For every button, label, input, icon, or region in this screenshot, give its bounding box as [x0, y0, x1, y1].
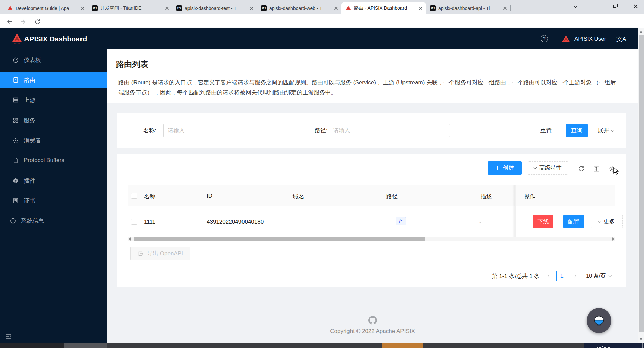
page-header: 路由列表 路由 (Route) 是请求的入口点，它定义了客户端请求与服务之间的匹… [107, 49, 638, 103]
query-button[interactable]: 查询 [566, 124, 588, 137]
table-horizontal-scrollbar[interactable] [128, 237, 615, 241]
titanide-icon [261, 5, 267, 11]
taskbar-tray [584, 343, 644, 348]
sidebar-item-services[interactable]: 服务 [0, 112, 107, 128]
show-desktop-divider[interactable] [642, 343, 643, 348]
tab-close-icon[interactable] [164, 6, 170, 11]
consumers-icon [13, 137, 19, 143]
tab-apisix-dashboard-web[interactable]: apisix-dashboard-web - T [257, 2, 341, 14]
export-label: 导出 OpenAPI [147, 250, 183, 257]
sidebar-item-plugins[interactable]: 插件 [0, 172, 107, 189]
titanide-icon [430, 5, 436, 11]
advanced-features-dropdown[interactable]: 高级特性 [528, 161, 568, 175]
advanced-label: 高级特性 [539, 164, 562, 172]
tab-title: 开发空间 - TitanIDE [100, 5, 162, 11]
apisix-logo-icon [345, 5, 351, 11]
next-page-icon[interactable] [571, 271, 579, 281]
sidebar-item-routes[interactable]: 路由 [0, 72, 107, 88]
titanide-icon [92, 5, 98, 11]
floating-helper-button[interactable] [587, 308, 611, 333]
table-row: 1111 439120220490040180 /* - 下线 配置 更多 [128, 206, 615, 237]
tab-search-chevron-icon[interactable] [568, 0, 583, 12]
page-title: 路由列表 [116, 59, 148, 70]
sidebar-item-protocol-buffers[interactable]: Protocol Buffers [0, 152, 107, 168]
user-name[interactable]: APISIX User [574, 36, 606, 42]
tab-development-guide[interactable]: Development Guide | Apa [3, 2, 88, 14]
tab-close-icon[interactable] [333, 6, 339, 11]
screen: Development Guide | Apa 开发空间 - TitanIDE … [0, 0, 644, 348]
taskbar-segment [0, 343, 64, 348]
page-footer: Copyright © 2022 Apache APISIX [107, 287, 638, 343]
back-button[interactable] [5, 17, 15, 27]
sidebar-item-upstream[interactable]: 上游 [0, 92, 107, 108]
cell-id: 439120220490040180 [207, 219, 264, 225]
table-header-row: 名称 ID 域名 路径 描述 操作 [128, 185, 615, 206]
vertical-scroll-thumb[interactable] [639, 35, 644, 332]
user-avatar-logo[interactable] [561, 34, 570, 43]
reset-button[interactable]: 重置 [536, 124, 556, 137]
refresh-icon[interactable] [577, 165, 585, 173]
density-icon[interactable] [592, 165, 600, 173]
scroll-left-arrow-icon[interactable] [129, 237, 131, 241]
scroll-down-arrow-icon[interactable] [640, 338, 642, 340]
configure-button[interactable]: 配置 [563, 215, 584, 228]
create-button[interactable]: 创建 [488, 161, 522, 175]
tab-title: apisix-dashboard-api - Ti [438, 6, 500, 11]
sidebar-item-dashboard[interactable]: 仪表板 [0, 52, 107, 68]
sidebar-item-certificates[interactable]: 证书 [0, 193, 107, 209]
tab-close-icon[interactable] [502, 6, 508, 11]
dashboard-icon [13, 57, 19, 63]
scroll-up-arrow-icon[interactable] [640, 31, 642, 33]
sidebar-item-label: 证书 [24, 197, 35, 205]
page-size-select[interactable]: 10 条/页 [582, 271, 615, 281]
tab-close-icon[interactable] [249, 6, 254, 11]
reload-button[interactable] [32, 17, 42, 27]
sidebar-item-label: 路由 [24, 76, 35, 84]
select-all-checkbox[interactable] [131, 193, 137, 199]
routes-icon [13, 77, 19, 83]
tab-titanide-workspace[interactable]: 开发空间 - TitanIDE [88, 2, 172, 14]
routes-table-card: 创建 高级特性 名称 ID 域名 路径 描述 操作 1111 [117, 154, 626, 287]
new-tab-button[interactable] [513, 3, 523, 13]
language-switch-icon[interactable]: 文A [616, 35, 626, 43]
sidebar-item-consumers[interactable]: 消费者 [0, 132, 107, 148]
page-description: 路由 (Route) 是请求的入口点，它定义了客户端请求与服务之间的匹配规则。路… [118, 78, 622, 98]
offline-button[interactable]: 下线 [533, 215, 553, 228]
name-search-input[interactable] [163, 124, 283, 137]
app-brand: APISIX Dashboard [24, 35, 87, 43]
path-search-input[interactable] [329, 124, 450, 137]
sidebar-item-label: 消费者 [24, 137, 41, 144]
tab-apisix-dashboard-test[interactable]: apisix-dashboard-test - T [172, 2, 257, 14]
window-close-button[interactable] [627, 0, 644, 12]
prev-page-icon[interactable] [545, 271, 553, 281]
tab-close-icon[interactable] [80, 6, 85, 11]
help-icon[interactable]: ? [541, 35, 548, 42]
window-minimize-button[interactable] [587, 0, 603, 12]
export-openapi-button[interactable]: 导出 OpenAPI [130, 247, 190, 260]
sidebar-item-system-info[interactable]: 系统信息 [0, 213, 107, 229]
sidebar: 仪表板 路由 上游 服务 消费者 Protocol Buffers 插件 证书 [0, 49, 107, 343]
forward-button[interactable] [18, 17, 28, 27]
chevron-down-icon [609, 274, 612, 277]
tab-apisix-dashboard-api[interactable]: apisix-dashboard-api - Ti [426, 2, 511, 14]
row-checkbox[interactable] [131, 219, 137, 225]
tab-close-icon[interactable] [418, 6, 423, 11]
browser-vertical-scrollbar[interactable] [638, 28, 644, 343]
export-icon [138, 251, 144, 257]
col-header-actions: 操作 [524, 193, 535, 200]
horizontal-scroll-thumb[interactable] [134, 237, 425, 241]
taskbar-active-app[interactable] [382, 343, 423, 348]
scroll-right-arrow-icon[interactable] [612, 237, 614, 241]
svg-text:APISIX: APISIX [14, 42, 20, 44]
tab-active-routes[interactable]: 路由 - APISIX Dashboard [341, 2, 426, 14]
github-icon[interactable] [368, 316, 377, 325]
more-dropdown-button[interactable]: 更多 [591, 215, 623, 228]
cell-name: 1111 [144, 219, 155, 225]
window-restore-button[interactable] [607, 0, 623, 12]
sidebar-collapse-icon[interactable] [5, 333, 13, 339]
path-tag[interactable]: /* [396, 217, 406, 225]
current-page-button[interactable]: 1 [556, 271, 567, 281]
tab-title: apisix-dashboard-web - T [269, 6, 331, 11]
path-field-label: 路径: [315, 124, 328, 137]
expand-toggle[interactable]: 展开 [598, 124, 614, 137]
